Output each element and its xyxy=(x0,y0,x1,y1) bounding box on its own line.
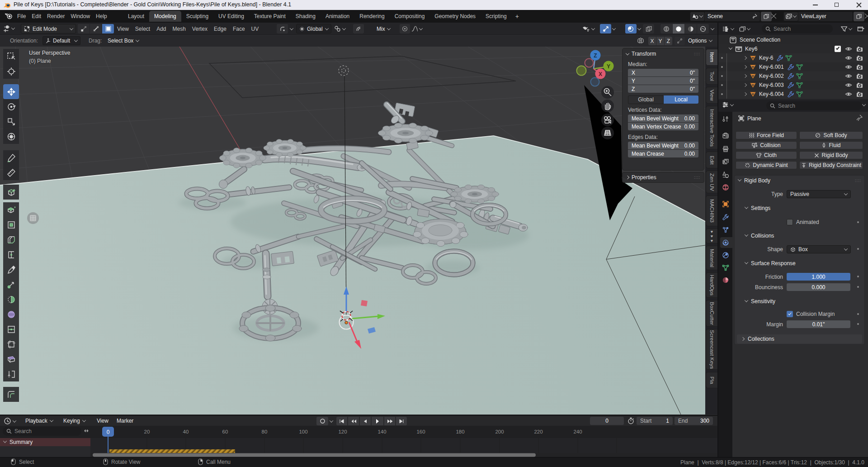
svg-text:Z: Z xyxy=(594,52,597,59)
svg-text:180: 180 xyxy=(456,429,464,434)
svg-text:40: 40 xyxy=(183,429,189,434)
svg-text:80: 80 xyxy=(262,429,268,434)
svg-text:0: 0 xyxy=(107,429,110,435)
svg-text:120: 120 xyxy=(338,429,347,434)
svg-text:X: X xyxy=(599,71,602,77)
svg-text:20: 20 xyxy=(144,429,150,434)
svg-text:140: 140 xyxy=(377,429,386,434)
svg-text:160: 160 xyxy=(416,429,425,434)
svg-text:220: 220 xyxy=(534,429,542,434)
svg-text:60: 60 xyxy=(222,429,228,434)
svg-text:240: 240 xyxy=(573,429,582,434)
svg-text:200: 200 xyxy=(495,429,504,434)
svg-text:Y: Y xyxy=(607,63,610,70)
svg-text:100: 100 xyxy=(299,429,307,434)
